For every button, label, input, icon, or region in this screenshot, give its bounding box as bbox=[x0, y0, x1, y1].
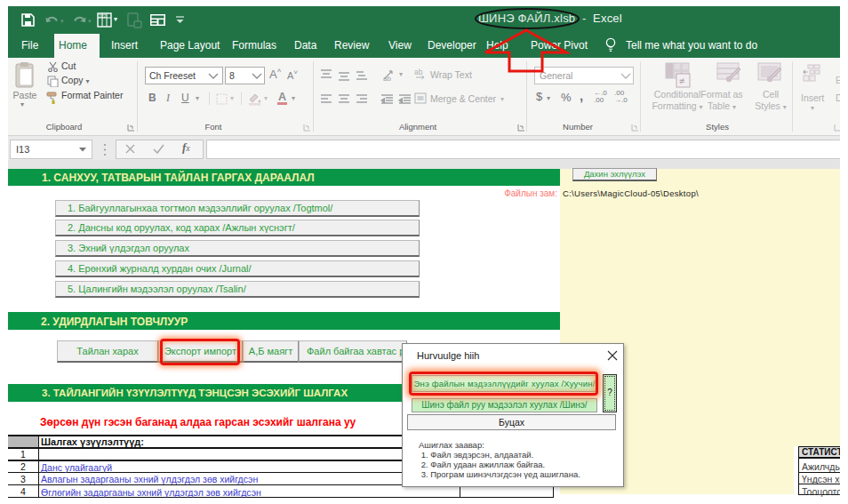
svg-text:222: 222 bbox=[99, 13, 107, 19]
svg-text:ab: ab bbox=[383, 75, 391, 82]
svg-text:≠: ≠ bbox=[679, 76, 684, 86]
svg-text:ab: ab bbox=[414, 68, 423, 76]
